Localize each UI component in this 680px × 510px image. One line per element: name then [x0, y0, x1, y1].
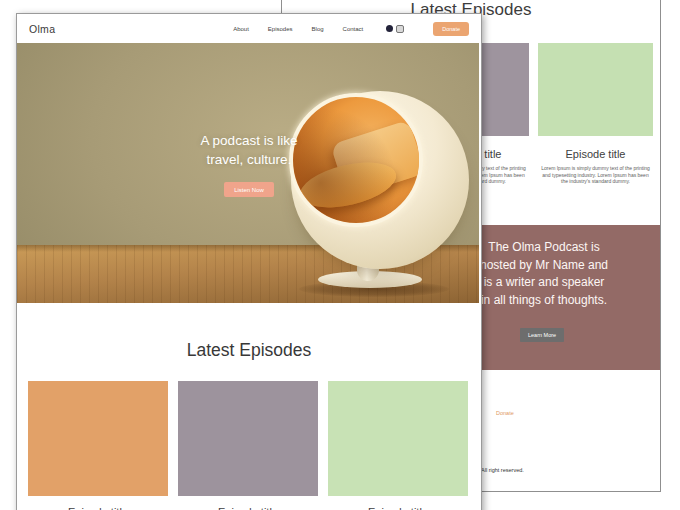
main-nav: About Episodes Blog Contact Donate	[233, 22, 469, 36]
nav-item-about[interactable]: About	[233, 26, 249, 32]
about-line: The Olma Podcast is	[464, 239, 624, 257]
hero-copy: A podcast is like travel, culture. Liste…	[99, 131, 399, 197]
episode-card[interactable]	[328, 381, 468, 496]
episodes-grid: Episode title Episode title Episode titl…	[28, 381, 468, 510]
facebook-icon[interactable]	[386, 25, 393, 32]
episode-column: Episode title	[28, 381, 168, 510]
nav-item-blog[interactable]: Blog	[312, 26, 324, 32]
latest-episodes-heading: Latest Episodes	[17, 340, 481, 361]
social-icons	[386, 25, 404, 33]
about-line: in all things of thoughts.	[464, 292, 624, 310]
copyright-text: All right reserved.	[481, 467, 524, 473]
episode-column: Episode title	[178, 381, 318, 510]
episode-description: Lorem Ipsum is simply dummy text of the …	[538, 165, 653, 185]
donate-button[interactable]: Donate	[433, 22, 469, 36]
nav-item-contact[interactable]: Contact	[343, 26, 364, 32]
nav-item-episodes[interactable]: Episodes	[268, 26, 293, 32]
hero-section: A podcast is like travel, culture. Liste…	[17, 43, 479, 303]
about-text: The Olma Podcast is hosted by Mr Name an…	[464, 239, 624, 309]
episode-title: Episode title	[368, 506, 428, 510]
episode-column: Episode title	[328, 381, 468, 510]
hero-heading-line1: A podcast is like	[99, 131, 399, 150]
episode-card[interactable]	[538, 43, 653, 136]
episode-card[interactable]	[28, 381, 168, 496]
hero-heading-line2: travel, culture.	[99, 150, 399, 169]
site-logo[interactable]: Olma	[29, 23, 55, 35]
instagram-icon[interactable]	[396, 25, 404, 33]
episode-card[interactable]	[178, 381, 318, 496]
about-line: is a writer and speaker	[464, 274, 624, 292]
episode-title: Episode title	[218, 506, 278, 510]
episode-column: Episode title Lorem Ipsum is simply dumm…	[538, 43, 653, 185]
learn-more-button[interactable]: Learn More	[520, 328, 564, 342]
listen-now-button[interactable]: Listen Now	[224, 182, 274, 197]
episode-title: Episode title	[566, 148, 626, 160]
site-header: Olma About Episodes Blog Contact Donate	[17, 14, 481, 43]
episode-title: Episode title	[68, 506, 128, 510]
footer-donate-link[interactable]: Donate	[496, 410, 514, 416]
about-line: hosted by Mr Name and	[464, 257, 624, 275]
front-page-screenshot: Olma About Episodes Blog Contact Donate …	[16, 13, 482, 510]
